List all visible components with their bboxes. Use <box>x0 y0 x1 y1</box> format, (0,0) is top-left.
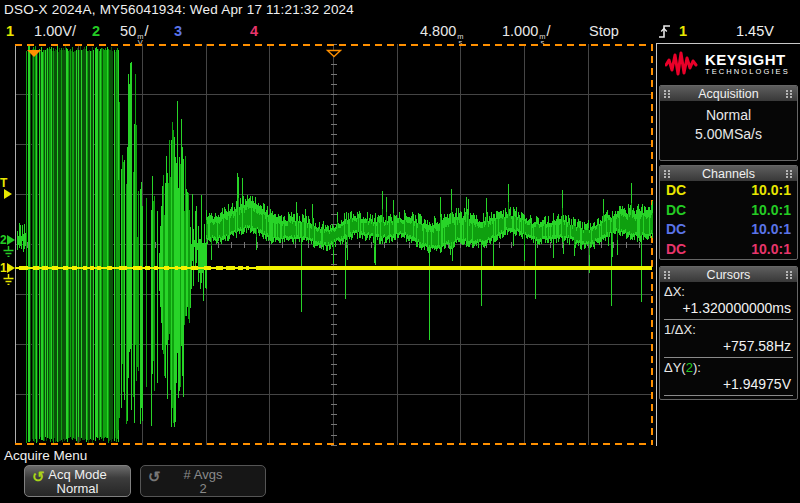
titlebar: DSO-X 2024A, MY56041934: Wed Apr 17 11:2… <box>0 0 800 20</box>
probe-ratio: 10.0:1 <box>751 240 791 260</box>
cursors-panel-header[interactable]: Cursors <box>660 267 797 282</box>
inverse-delta-x-label: 1/ΔX: <box>664 322 793 338</box>
delay-readout[interactable]: 4.800ms <box>420 20 465 44</box>
sample-rate: 5.00MSa/s <box>660 126 797 142</box>
drag-grip-icon[interactable] <box>664 90 671 98</box>
delta-y-value: +1.94975V <box>664 376 793 393</box>
channel3-status[interactable]: 3 <box>174 20 182 44</box>
coupling-label: DC <box>666 201 686 221</box>
coupling-label: DC <box>666 240 686 260</box>
channels-panel: Channels DC 10.0:1 DC 10.0:1 DC 10.0:1 D… <box>659 165 798 260</box>
softkey-menu: Acquire Menu ↺ Acq Mode Normal ↺ # Avgs … <box>0 446 800 503</box>
edge-trigger-icon <box>658 23 672 44</box>
channel1-status[interactable]: 1 1.00V/ <box>6 20 76 44</box>
probe-ratio: 10.0:1 <box>751 181 791 201</box>
delta-x-label: ΔX: <box>664 284 793 300</box>
delta-y-channel: 2 <box>686 360 693 375</box>
drag-grip-icon[interactable] <box>786 170 793 178</box>
channel2-scale[interactable]: 50mV/ <box>120 23 148 39</box>
cursors-panel: Cursors ΔX: +1.320000000ms 1/ΔX: +757.58… <box>659 266 798 400</box>
separator <box>664 395 793 396</box>
waveform-plot <box>15 44 653 446</box>
channel1-ground-marker[interactable]: 1 <box>0 262 15 285</box>
inverse-delta-x-value: +757.58Hz <box>664 338 793 355</box>
trigger-level-marker[interactable]: T <box>0 177 12 199</box>
trigger-status[interactable]: 1 1.45V <box>652 20 800 44</box>
delta-x-value: +1.320000000ms <box>664 300 793 317</box>
trigger-level: 1.45V <box>736 20 774 43</box>
softkey-acq-mode[interactable]: ↺ Acq Mode Normal <box>24 465 131 497</box>
channel4-status[interactable]: 4 <box>250 20 258 44</box>
trigger-source: 1 <box>679 20 687 43</box>
drag-grip-icon[interactable] <box>664 170 671 178</box>
softkey-num-avgs[interactable]: ↺ # Avgs 2 <box>140 465 266 497</box>
trigger-level-arrow-icon <box>4 189 12 199</box>
acquisition-panel: Acquisition Normal 5.00MSa/s <box>659 85 798 161</box>
logo-sub-text: TECHNOLOGIES <box>705 67 790 76</box>
channel1-scale[interactable]: 1.00V/ <box>34 23 76 39</box>
timebase-readout[interactable]: 1.000ms/ <box>502 20 551 44</box>
channel1-number[interactable]: 1 <box>6 23 14 39</box>
waveform-display: T 2 1 <box>0 44 655 446</box>
channel2-row[interactable]: DC 10.0:1 <box>660 201 797 221</box>
delta-y-label: ΔY(2): <box>664 360 793 376</box>
channel3-row[interactable]: DC 10.0:1 <box>660 220 797 240</box>
channel2-ground-marker[interactable]: 2 <box>0 234 15 257</box>
trigger-position-marker[interactable] <box>26 44 42 62</box>
drag-grip-icon[interactable] <box>786 271 793 279</box>
cycle-arrow-icon: ↺ <box>148 468 161 486</box>
channel2-number[interactable]: 2 <box>92 23 100 39</box>
info-sidebar: KEYSIGHT TECHNOLOGIES Acquisition Normal… <box>656 43 800 446</box>
separator <box>664 357 793 358</box>
cycle-arrow-icon: ↺ <box>32 468 45 486</box>
channel4-row[interactable]: DC 10.0:1 <box>660 240 797 260</box>
keysight-logo: KEYSIGHT TECHNOLOGIES <box>657 44 800 83</box>
acquisition-title: Acquisition <box>698 87 758 101</box>
coupling-label: DC <box>666 220 686 240</box>
channels-panel-header[interactable]: Channels <box>660 166 797 181</box>
logo-brand-text: KEYSIGHT <box>705 52 790 67</box>
cursors-title: Cursors <box>707 268 751 282</box>
ground-icon <box>2 274 15 285</box>
instrument-id-text: DSO-X 2024A, MY56041934: Wed Apr 17 11:2… <box>4 2 354 17</box>
probe-ratio: 10.0:1 <box>751 220 791 240</box>
channel1-arrow-icon <box>7 263 15 273</box>
menu-title: Acquire Menu <box>4 448 87 463</box>
run-state-indicator: Stop <box>589 20 619 44</box>
keysight-wave-icon <box>665 51 699 77</box>
channel1-row[interactable]: DC 10.0:1 <box>660 181 797 201</box>
time-reference-marker <box>326 44 342 62</box>
channels-title: Channels <box>702 167 755 181</box>
separator <box>664 319 793 320</box>
coupling-label: DC <box>666 181 686 201</box>
ground-icon <box>2 246 15 257</box>
channel2-arrow-icon <box>7 235 15 245</box>
channel2-status[interactable]: 2 50mV/ <box>92 20 149 44</box>
status-bar: 1 1.00V/ 2 50mV/ 3 4 4.800ms 1.000ms/ St… <box>0 20 800 44</box>
drag-grip-icon[interactable] <box>664 271 671 279</box>
probe-ratio: 10.0:1 <box>751 201 791 221</box>
drag-grip-icon[interactable] <box>786 90 793 98</box>
acquisition-mode: Normal <box>660 101 797 123</box>
acquisition-panel-header[interactable]: Acquisition <box>660 86 797 101</box>
oscilloscope-screen: DSO-X 2024A, MY56041934: Wed Apr 17 11:2… <box>0 0 800 503</box>
